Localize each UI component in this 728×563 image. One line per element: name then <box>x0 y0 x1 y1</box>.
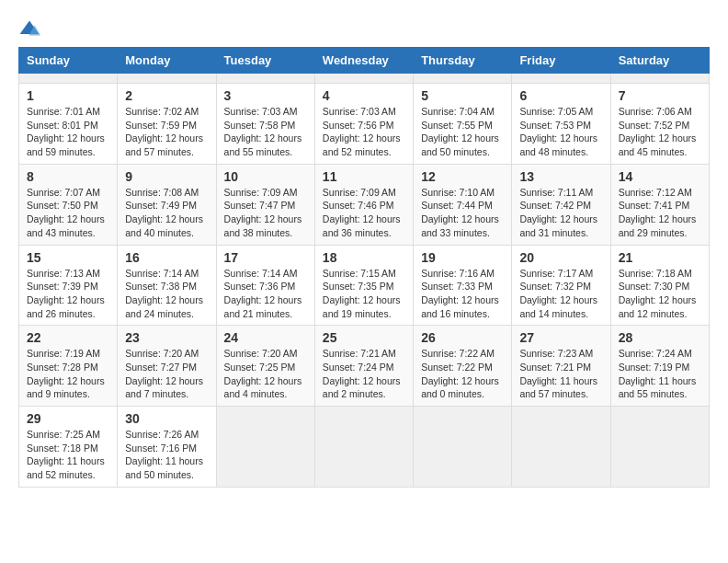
day-number: 22 <box>27 330 109 345</box>
day-number: 27 <box>519 330 602 345</box>
day-number: 3 <box>224 88 307 103</box>
day-number: 30 <box>125 411 208 426</box>
weekday-header-row: SundayMondayTuesdayWednesdayThursdayFrid… <box>19 48 710 74</box>
day-number: 20 <box>519 250 602 265</box>
calendar-cell: 25 Sunrise: 7:21 AM Sunset: 7:24 PM Dayl… <box>314 326 413 407</box>
day-number: 26 <box>421 330 504 345</box>
calendar-week-row: 1 Sunrise: 7:01 AM Sunset: 8:01 PM Dayli… <box>19 84 710 165</box>
calendar-cell <box>610 407 709 488</box>
calendar-cell: 1 Sunrise: 7:01 AM Sunset: 8:01 PM Dayli… <box>19 84 118 165</box>
day-info: Sunrise: 7:09 AM Sunset: 7:46 PM Dayligh… <box>323 186 405 240</box>
calendar-cell: 6 Sunrise: 7:05 AM Sunset: 7:53 PM Dayli… <box>512 84 610 165</box>
day-number: 29 <box>27 411 109 426</box>
day-number: 1 <box>27 88 109 103</box>
day-info: Sunrise: 7:03 AM Sunset: 7:56 PM Dayligh… <box>323 105 405 159</box>
day-number: 17 <box>224 250 307 265</box>
calendar-cell: 22 Sunrise: 7:19 AM Sunset: 7:28 PM Dayl… <box>19 326 118 407</box>
weekday-header-friday: Friday <box>512 48 610 74</box>
day-number: 10 <box>224 169 307 184</box>
day-info: Sunrise: 7:05 AM Sunset: 7:53 PM Dayligh… <box>519 105 602 159</box>
calendar-cell: 23 Sunrise: 7:20 AM Sunset: 7:27 PM Dayl… <box>118 326 216 407</box>
day-number: 6 <box>519 88 602 103</box>
calendar-cell <box>19 74 118 84</box>
calendar-cell: 27 Sunrise: 7:23 AM Sunset: 7:21 PM Dayl… <box>512 326 610 407</box>
day-number: 28 <box>619 330 701 345</box>
calendar-cell <box>314 407 413 488</box>
day-number: 18 <box>323 250 405 265</box>
calendar-cell: 5 Sunrise: 7:04 AM Sunset: 7:55 PM Dayli… <box>414 84 512 165</box>
day-info: Sunrise: 7:13 AM Sunset: 7:39 PM Dayligh… <box>27 267 109 321</box>
calendar-cell: 15 Sunrise: 7:13 AM Sunset: 7:39 PM Dayl… <box>19 245 118 326</box>
calendar-cell: 8 Sunrise: 7:07 AM Sunset: 7:50 PM Dayli… <box>19 164 118 245</box>
calendar-cell <box>414 407 512 488</box>
calendar-cell: 3 Sunrise: 7:03 AM Sunset: 7:58 PM Dayli… <box>216 84 314 165</box>
calendar-week-row: 22 Sunrise: 7:19 AM Sunset: 7:28 PM Dayl… <box>19 326 710 407</box>
calendar-cell: 17 Sunrise: 7:14 AM Sunset: 7:36 PM Dayl… <box>216 245 314 326</box>
calendar-cell <box>216 407 314 488</box>
day-number: 23 <box>125 330 208 345</box>
day-number: 25 <box>323 330 405 345</box>
day-number: 2 <box>125 88 208 103</box>
calendar-cell: 16 Sunrise: 7:14 AM Sunset: 7:38 PM Dayl… <box>118 245 216 326</box>
calendar-cell: 18 Sunrise: 7:15 AM Sunset: 7:35 PM Dayl… <box>314 245 413 326</box>
calendar-week-row <box>19 74 710 84</box>
day-info: Sunrise: 7:21 AM Sunset: 7:24 PM Dayligh… <box>323 347 405 401</box>
day-info: Sunrise: 7:01 AM Sunset: 8:01 PM Dayligh… <box>27 105 109 159</box>
day-number: 19 <box>421 250 504 265</box>
day-number: 4 <box>323 88 405 103</box>
calendar-cell <box>314 74 413 84</box>
day-info: Sunrise: 7:14 AM Sunset: 7:36 PM Dayligh… <box>224 267 307 321</box>
day-number: 21 <box>619 250 701 265</box>
calendar-cell: 26 Sunrise: 7:22 AM Sunset: 7:22 PM Dayl… <box>414 326 512 407</box>
calendar-cell <box>216 74 314 84</box>
calendar-cell: 20 Sunrise: 7:17 AM Sunset: 7:32 PM Dayl… <box>512 245 610 326</box>
calendar-week-row: 29 Sunrise: 7:25 AM Sunset: 7:18 PM Dayl… <box>19 407 710 488</box>
calendar-cell: 24 Sunrise: 7:20 AM Sunset: 7:25 PM Dayl… <box>216 326 314 407</box>
calendar-cell: 30 Sunrise: 7:26 AM Sunset: 7:16 PM Dayl… <box>118 407 216 488</box>
calendar-cell <box>512 74 610 84</box>
calendar-cell: 28 Sunrise: 7:24 AM Sunset: 7:19 PM Dayl… <box>610 326 709 407</box>
calendar-cell: 13 Sunrise: 7:11 AM Sunset: 7:42 PM Dayl… <box>512 164 610 245</box>
day-info: Sunrise: 7:23 AM Sunset: 7:21 PM Dayligh… <box>519 347 602 401</box>
day-info: Sunrise: 7:24 AM Sunset: 7:19 PM Dayligh… <box>619 347 701 401</box>
day-number: 14 <box>619 169 701 184</box>
day-info: Sunrise: 7:15 AM Sunset: 7:35 PM Dayligh… <box>323 267 405 321</box>
calendar-cell: 10 Sunrise: 7:09 AM Sunset: 7:47 PM Dayl… <box>216 164 314 245</box>
calendar-header: SundayMondayTuesdayWednesdayThursdayFrid… <box>19 48 710 74</box>
day-info: Sunrise: 7:12 AM Sunset: 7:41 PM Dayligh… <box>619 186 701 240</box>
day-number: 12 <box>421 169 504 184</box>
calendar-table: SundayMondayTuesdayWednesdayThursdayFrid… <box>18 47 710 488</box>
calendar-cell: 2 Sunrise: 7:02 AM Sunset: 7:59 PM Dayli… <box>118 84 216 165</box>
day-info: Sunrise: 7:09 AM Sunset: 7:47 PM Dayligh… <box>224 186 307 240</box>
day-info: Sunrise: 7:20 AM Sunset: 7:27 PM Dayligh… <box>125 347 208 401</box>
day-number: 24 <box>224 330 307 345</box>
day-number: 11 <box>323 169 405 184</box>
calendar-cell <box>118 74 216 84</box>
calendar-cell: 14 Sunrise: 7:12 AM Sunset: 7:41 PM Dayl… <box>610 164 709 245</box>
day-info: Sunrise: 7:26 AM Sunset: 7:16 PM Dayligh… <box>125 428 208 482</box>
calendar-cell: 21 Sunrise: 7:18 AM Sunset: 7:30 PM Dayl… <box>610 245 709 326</box>
day-info: Sunrise: 7:06 AM Sunset: 7:52 PM Dayligh… <box>619 105 701 159</box>
page-header <box>18 18 710 38</box>
calendar-cell: 4 Sunrise: 7:03 AM Sunset: 7:56 PM Dayli… <box>314 84 413 165</box>
calendar-cell: 29 Sunrise: 7:25 AM Sunset: 7:18 PM Dayl… <box>19 407 118 488</box>
day-info: Sunrise: 7:11 AM Sunset: 7:42 PM Dayligh… <box>519 186 602 240</box>
weekday-header-monday: Monday <box>118 48 216 74</box>
calendar-cell <box>610 74 709 84</box>
day-number: 5 <box>421 88 504 103</box>
day-number: 9 <box>125 169 208 184</box>
calendar-week-row: 8 Sunrise: 7:07 AM Sunset: 7:50 PM Dayli… <box>19 164 710 245</box>
logo-icon <box>18 19 40 38</box>
calendar-cell: 19 Sunrise: 7:16 AM Sunset: 7:33 PM Dayl… <box>414 245 512 326</box>
day-number: 7 <box>619 88 701 103</box>
weekday-header-sunday: Sunday <box>19 48 118 74</box>
day-info: Sunrise: 7:10 AM Sunset: 7:44 PM Dayligh… <box>421 186 504 240</box>
weekday-header-tuesday: Tuesday <box>216 48 314 74</box>
day-number: 16 <box>125 250 208 265</box>
weekday-header-wednesday: Wednesday <box>314 48 413 74</box>
weekday-header-thursday: Thursday <box>414 48 512 74</box>
calendar-cell <box>512 407 610 488</box>
day-info: Sunrise: 7:25 AM Sunset: 7:18 PM Dayligh… <box>27 428 109 482</box>
calendar-cell: 11 Sunrise: 7:09 AM Sunset: 7:46 PM Dayl… <box>314 164 413 245</box>
day-info: Sunrise: 7:17 AM Sunset: 7:32 PM Dayligh… <box>519 267 602 321</box>
